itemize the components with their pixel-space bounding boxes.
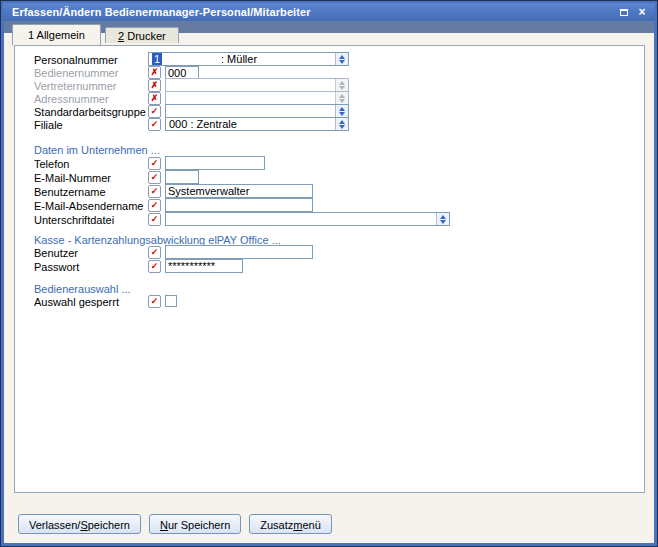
tab-band <box>4 21 654 33</box>
button-bar: Verlassen/Speichern Nur Speichern Zusatz… <box>18 514 332 534</box>
tab-drucker[interactable]: 2 Drucker <box>105 27 179 43</box>
dialog-window: Erfassen/Ändern Bedienermanager-Personal… <box>0 0 658 547</box>
telefon-label: Telefon <box>34 157 146 171</box>
verlassen-speichern-button[interactable]: Verlassen/Speichern <box>18 514 141 534</box>
close-icon[interactable]: × <box>635 6 649 19</box>
vertreternummer-combo <box>165 78 349 92</box>
unterschriftdatei-dropdown-button[interactable] <box>436 213 449 225</box>
unterschriftdatei-toggle-on-icon[interactable]: ✓ <box>148 213 161 226</box>
email-nummer-label: E-Mail-Nummer <box>34 171 146 185</box>
personalnummer-label: Personalnummer <box>34 53 146 67</box>
adressnummer-dropdown-button <box>335 92 348 104</box>
vertreternummer-dropdown-button <box>335 79 348 91</box>
passwort-toggle-on-icon[interactable]: ✓ <box>148 260 161 273</box>
section-heading-unternehmen: Daten im Unternehmen ... <box>34 143 160 157</box>
benutzer-label: Benutzer <box>34 246 146 260</box>
bedienernummer-label: Bedienernummer <box>34 66 146 80</box>
filiale-value: 000 : Zentrale <box>166 118 335 130</box>
telefon-toggle-on-icon[interactable]: ✓ <box>148 157 161 170</box>
email-absendername-label: E-Mail-Absendername <box>34 199 146 213</box>
standardarbeitsgruppe-toggle-on-icon[interactable]: ✓ <box>148 105 161 118</box>
benutzer-toggle-on-icon[interactable]: ✓ <box>148 246 161 259</box>
bedienernummer-toggle-off-icon[interactable]: ✗ <box>148 66 161 79</box>
vertreternummer-toggle-off-icon[interactable]: ✗ <box>148 79 161 92</box>
personalnummer-dropdown-button[interactable] <box>335 53 348 65</box>
restore-icon[interactable] <box>617 6 631 19</box>
tab-allgemein-label: 1 Allgemein <box>28 29 85 41</box>
tab-allgemein[interactable]: 1 Allgemein <box>12 24 101 45</box>
section-heading-bedienerauswahl: Bedienerauswahl ... <box>34 282 131 296</box>
personalnummer-combo[interactable]: 1 : Müller <box>148 52 349 66</box>
telefon-input[interactable] <box>165 156 265 170</box>
email-absendername-toggle-on-icon[interactable]: ✓ <box>148 199 161 212</box>
email-nummer-toggle-on-icon[interactable]: ✓ <box>148 171 161 184</box>
tab-drucker-label: Drucker <box>124 30 166 42</box>
unterschriftdatei-combo[interactable] <box>165 212 450 226</box>
benutzername-label: Benutzername <box>34 185 146 199</box>
email-nummer-input[interactable] <box>165 170 199 184</box>
titlebar: Erfassen/Ändern Bedienermanager-Personal… <box>3 3 655 21</box>
passwort-label: Passwort <box>34 260 146 274</box>
benutzername-toggle-on-icon[interactable]: ✓ <box>148 185 161 198</box>
filiale-dropdown-button[interactable] <box>335 118 348 130</box>
form-panel: Personalnummer 1 : Müller Bedienernummer… <box>14 45 645 493</box>
standardarbeitsgruppe-dropdown-button[interactable] <box>335 105 348 117</box>
filiale-combo[interactable]: 000 : Zentrale <box>165 117 349 131</box>
passwort-input[interactable] <box>165 259 243 273</box>
zusatzmenu-button[interactable]: Zusatzmenü <box>249 514 332 534</box>
standardarbeitsgruppe-combo[interactable] <box>165 104 349 118</box>
window-title: Erfassen/Ändern Bedienermanager-Personal… <box>12 6 613 18</box>
unterschriftdatei-label: Unterschriftdatei <box>34 213 146 227</box>
auswahl-gesperrt-label: Auswahl gesperrt <box>34 295 146 309</box>
auswahl-gesperrt-checkbox[interactable] <box>165 295 177 307</box>
email-absendername-input[interactable] <box>165 198 313 212</box>
filiale-toggle-on-icon[interactable]: ✓ <box>148 118 161 131</box>
vertreternummer-label: Vertreternummer <box>34 79 146 93</box>
benutzername-input[interactable] <box>165 184 313 198</box>
nur-speichern-button[interactable]: Nur Speichern <box>149 514 241 534</box>
benutzer-input[interactable] <box>165 245 313 259</box>
standardarbeitsgruppe-label: Standardarbeitsgruppe <box>34 105 146 119</box>
auswahl-gesperrt-toggle-on-icon[interactable]: ✓ <box>148 295 161 308</box>
adressnummer-toggle-off-icon[interactable]: ✗ <box>148 92 161 105</box>
adressnummer-label: Adressnummer <box>34 92 146 106</box>
filiale-label: Filiale <box>34 118 146 132</box>
adressnummer-combo <box>165 91 349 105</box>
